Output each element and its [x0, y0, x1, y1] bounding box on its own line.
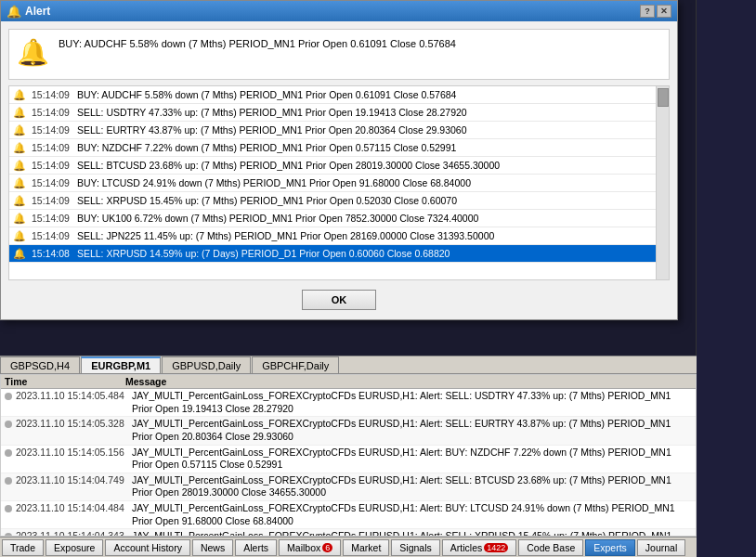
log-row: 2023.11.10 15:14:05.156 JAY_MULTI_Percen…: [1, 446, 696, 473]
toolbar-btn-account-history[interactable]: Account History: [105, 539, 190, 556]
alert-row-text: BUY: UK100 6.72% down (7 Mths) PERIOD_MN…: [77, 213, 479, 224]
alert-row-text: SELL: JPN225 11.45% up: (7 Mths) PERIOD_…: [77, 230, 494, 241]
alert-list-row[interactable]: 🔔 15:14:09 BUY: AUDCHF 5.58% down (7 Mth…: [9, 86, 656, 104]
alert-list-row[interactable]: 🔔 15:14:09 BUY: LTCUSD 24.91% down (7 Mt…: [9, 175, 656, 192]
alert-row-time: 15:14:09: [32, 177, 70, 188]
alert-dialog: 🔔 Alert ? ✕ 🔔 BUY: AUDCHF 5.58% down (7 …: [0, 0, 678, 320]
alert-row-time: 15:14:09: [32, 89, 70, 100]
close-button[interactable]: ✕: [657, 5, 671, 18]
alert-row-time: 15:14:09: [32, 230, 70, 241]
alert-row-bell: 🔔: [13, 124, 26, 136]
alert-row-time: 15:14:09: [32, 213, 70, 224]
scrollbar-thumb[interactable]: [658, 88, 669, 107]
log-row: 2023.11.10 15:14:05.328 JAY_MULTI_Percen…: [1, 417, 696, 445]
log-row: 2023.11.10 15:14:04.343 JAY_MULTI_Percen…: [1, 529, 696, 537]
log-area[interactable]: Time Message 2023.11.10 15:14:05.484 JAY…: [0, 374, 697, 537]
dialog-titlebar: 🔔 Alert ? ✕: [1, 1, 677, 21]
alert-row-time: 15:14:09: [32, 160, 70, 171]
alert-list-row[interactable]: 🔔 15:14:08 SELL: XRPUSD 14.59% up: (7 Da…: [9, 245, 656, 263]
alert-list-row[interactable]: 🔔 15:14:09 SELL: XRPUSD 15.45% up: (7 Mt…: [9, 192, 656, 210]
toolbar-btn-news[interactable]: News: [192, 539, 233, 556]
toolbar-btn-mailbox[interactable]: Mailbox6: [279, 539, 341, 556]
toolbar-btn-signals[interactable]: Signals: [391, 539, 439, 556]
titlebar-controls: ? ✕: [640, 5, 671, 18]
log-row-time: 2023.11.10 15:14:04.343: [16, 530, 132, 537]
bottom-section: GBPSGD,H4EURGBP,M1GBPUSD,DailyGBPCHF,Dai…: [0, 356, 697, 537]
log-row-msg: JAY_MULTI_PercentGainLoss_FOREXCryptoCFD…: [132, 530, 692, 537]
log-row: 2023.11.10 15:14:04.484 JAY_MULTI_Percen…: [1, 501, 696, 529]
log-dot: [5, 421, 12, 428]
log-row-msg: JAY_MULTI_PercentGainLoss_FOREXCryptoCFD…: [132, 418, 692, 443]
log-row-time: 2023.11.10 15:14:04.484: [16, 502, 132, 513]
right-panel: [696, 0, 756, 557]
log-row-msg: JAY_MULTI_PercentGainLoss_FOREXCryptoCFD…: [132, 502, 692, 527]
alert-row-bell: 🔔: [13, 160, 26, 172]
tab-gbpsgd-h4[interactable]: GBPSGD,H4: [0, 356, 80, 373]
alert-notification-text: BUY: AUDCHF 5.58% down (7 Mths) PERIOD_M…: [59, 37, 456, 51]
alert-row-text: BUY: NZDCHF 7.22% down (7 Mths) PERIOD_M…: [77, 142, 457, 153]
tab-eurgbp-m1[interactable]: EURGBP,M1: [81, 356, 161, 373]
toolbar-btn-experts[interactable]: Experts: [585, 539, 635, 556]
alert-list-row[interactable]: 🔔 15:14:09 SELL: EURTRY 43.87% up: (7 Mt…: [9, 122, 656, 139]
alert-list-row[interactable]: 🔔 15:14:09 SELL: BTCUSD 23.68% up: (7 Mt…: [9, 157, 656, 175]
alert-row-text: SELL: XRPUSD 14.59% up: (7 Days) PERIOD_…: [77, 248, 450, 259]
tab-gbpusd-daily[interactable]: GBPUSD,Daily: [162, 356, 251, 373]
toolbar-btn-trade[interactable]: Trade: [2, 539, 44, 556]
log-row-time: 2023.11.10 15:14:04.749: [16, 474, 132, 486]
alert-row-text: SELL: XRPUSD 15.45% up: (7 Mths) PERIOD_…: [77, 195, 457, 206]
log-dot: [5, 477, 12, 485]
log-rows: 2023.11.10 15:14:05.484 JAY_MULTI_Percen…: [1, 389, 696, 537]
alert-list-row[interactable]: 🔔 15:14:09 SELL: JPN225 11.45% up: (7 Mt…: [9, 227, 656, 245]
tab-gbpchf-daily[interactable]: GBPCHF,Daily: [252, 356, 339, 373]
toolbar-btn-market[interactable]: Market: [343, 539, 389, 556]
alert-row-bell: 🔔: [13, 89, 26, 101]
alert-scrollbar[interactable]: [656, 86, 669, 279]
alert-row-bell: 🔔: [13, 142, 26, 154]
alert-list-row[interactable]: 🔔 15:14:09 BUY: UK100 6.72% down (7 Mths…: [9, 210, 656, 227]
ok-button[interactable]: OK: [302, 290, 376, 310]
alert-row-bell: 🔔: [13, 248, 26, 260]
log-dot: [5, 393, 12, 400]
log-row-msg: JAY_MULTI_PercentGainLoss_FOREXCryptoCFD…: [132, 390, 692, 415]
alert-list-row[interactable]: 🔔 15:14:09 BUY: NZDCHF 7.22% down (7 Mth…: [9, 139, 656, 157]
alert-list-row[interactable]: 🔔 15:14:09 SELL: USDTRY 47.33% up: (7 Mt…: [9, 104, 656, 122]
log-row-time: 2023.11.10 15:14:05.328: [16, 418, 132, 429]
log-row: 2023.11.10 15:14:04.749 JAY_MULTI_Percen…: [1, 473, 696, 501]
dialog-body: 🔔 BUY: AUDCHF 5.58% down (7 Mths) PERIOD…: [1, 21, 677, 319]
alert-row-time: 15:14:09: [32, 107, 70, 118]
tab-bar: GBPSGD,H4EURGBP,M1GBPUSD,DailyGBPCHF,Dai…: [0, 356, 697, 374]
log-header: Time Message: [1, 375, 696, 389]
alert-list-container: 🔔 15:14:09 BUY: AUDCHF 5.58% down (7 Mth…: [8, 85, 670, 280]
bottom-toolbar: TradeExposureAccount HistoryNewsAlertsMa…: [0, 537, 697, 557]
log-col-message: Message: [125, 376, 692, 387]
toolbar-btn-articles[interactable]: Articles1422: [442, 539, 516, 556]
alert-row-text: BUY: LTCUSD 24.91% down (7 Mths) PERIOD_…: [77, 177, 471, 188]
alert-row-time: 15:14:09: [32, 195, 70, 206]
alert-row-bell: 🔔: [13, 195, 26, 207]
log-row-msg: JAY_MULTI_PercentGainLoss_FOREXCryptoCFD…: [132, 447, 692, 472]
log-row-time: 2023.11.10 15:14:05.156: [16, 447, 132, 458]
alert-row-bell: 🔔: [13, 230, 26, 242]
alert-list[interactable]: 🔔 15:14:09 BUY: AUDCHF 5.58% down (7 Mth…: [9, 86, 669, 279]
dialog-title: Alert: [25, 5, 50, 18]
alert-row-time: 15:14:09: [32, 124, 70, 136]
toolbar-btn-code-base[interactable]: Code Base: [518, 539, 583, 556]
alert-row-bell: 🔔: [13, 177, 26, 189]
log-col-time: Time: [5, 376, 125, 387]
toolbar-btn-alerts[interactable]: Alerts: [235, 539, 277, 556]
alert-row-time: 15:14:08: [32, 248, 70, 259]
badge: 1422: [484, 543, 508, 552]
help-button[interactable]: ?: [640, 5, 655, 18]
alert-row-bell: 🔔: [13, 213, 26, 225]
log-dot: [5, 449, 12, 457]
bell-icon-large: 🔔: [17, 37, 49, 68]
alert-row-text: SELL: BTCUSD 23.68% up: (7 Mths) PERIOD_…: [77, 160, 500, 171]
alert-row-text: SELL: EURTRY 43.87% up: (7 Mths) PERIOD_…: [77, 124, 467, 136]
toolbar-btn-journal[interactable]: Journal: [637, 539, 685, 556]
alert-notification: 🔔 BUY: AUDCHF 5.58% down (7 Mths) PERIOD…: [8, 29, 670, 80]
log-row-msg: JAY_MULTI_PercentGainLoss_FOREXCryptoCFD…: [132, 474, 692, 499]
badge: 6: [322, 543, 332, 552]
alert-row-text: BUY: AUDCHF 5.58% down (7 Mths) PERIOD_M…: [77, 89, 457, 100]
log-row-time: 2023.11.10 15:14:05.484: [16, 390, 132, 401]
toolbar-btn-exposure[interactable]: Exposure: [46, 539, 103, 556]
